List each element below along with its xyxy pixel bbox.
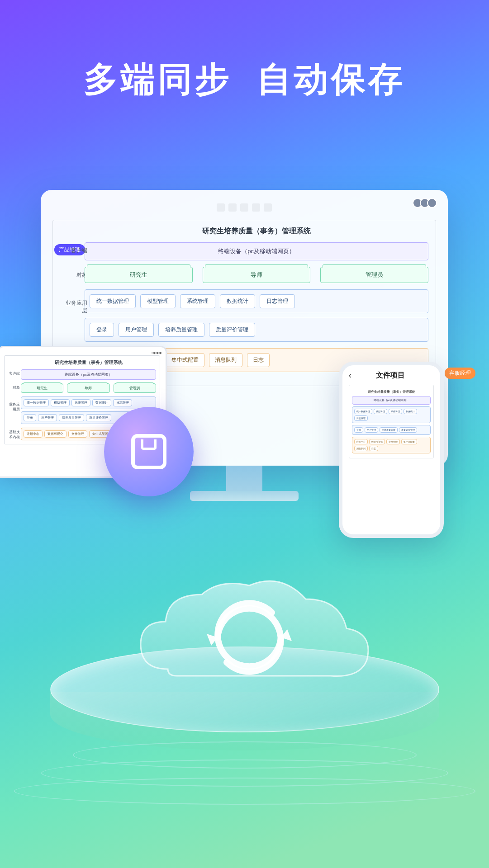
t-row-client: 客户端 终端设备（pc及移动端网页） bbox=[21, 369, 156, 380]
tag-customer-manager: 客服经理 bbox=[445, 368, 475, 379]
client-box: 终端设备（pc及移动端网页） bbox=[85, 242, 428, 260]
back-icon[interactable]: ‹ bbox=[349, 371, 351, 380]
tablet-avatars: ◦●●● bbox=[151, 350, 162, 355]
row-objects: 对象 研究生 导师 管理员 bbox=[85, 267, 428, 283]
tablet-title: 研究生培养质量（事务）管理系统 bbox=[21, 359, 156, 366]
heading-right: 自动保存 bbox=[257, 60, 405, 98]
cloud-platform bbox=[50, 579, 439, 778]
monitor-toolbar bbox=[52, 200, 436, 215]
obj-admin: 管理员 bbox=[320, 267, 428, 283]
label-object: 对象 bbox=[66, 271, 87, 279]
phone-title: 文件项目 bbox=[376, 371, 405, 380]
monitor-stand-base bbox=[190, 491, 299, 501]
save-icon bbox=[131, 434, 166, 469]
obj-advisor: 导师 bbox=[203, 267, 311, 283]
monitor-avatars bbox=[415, 198, 437, 208]
label-client: 客户端 bbox=[66, 247, 87, 255]
phone-topbar: ‹ 文件项目 bbox=[349, 371, 434, 380]
board-title: 研究生培养质量（事务）管理系统 bbox=[85, 226, 428, 236]
t-row-obj: 对象 研究生 导师 管理员 项目经理 bbox=[21, 383, 156, 393]
app-row2: 登录 用户管理 培养质量管理 质量评价管理 bbox=[85, 318, 428, 342]
heading-left: 多端同步 bbox=[84, 60, 232, 98]
save-bubble bbox=[104, 407, 194, 496]
app-row1: 统一数据管理 模型管理 系统管理 数据统计 日志管理 bbox=[85, 289, 428, 313]
monitor-stand-neck bbox=[226, 466, 262, 493]
row-client: 客户端 终端设备（pc及移动端网页） bbox=[85, 242, 428, 260]
phone-device: ‹ 文件项目 研究生培养质量（事务）管理系统 终端设备（pc及移动端网页） 统一… bbox=[339, 362, 444, 538]
label-app: 业务应用层 bbox=[66, 299, 87, 315]
phone-board: 研究生培养质量（事务）管理系统 终端设备（pc及移动端网页） 统一数据管理 模型… bbox=[349, 385, 434, 458]
row-app: 业务应用层 统一数据管理 模型管理 系统管理 数据统计 日志管理 登录 用户管理… bbox=[85, 289, 428, 342]
obj-student: 研究生 bbox=[85, 267, 193, 283]
hero-heading: 多端同步 自动保存 bbox=[0, 57, 489, 103]
